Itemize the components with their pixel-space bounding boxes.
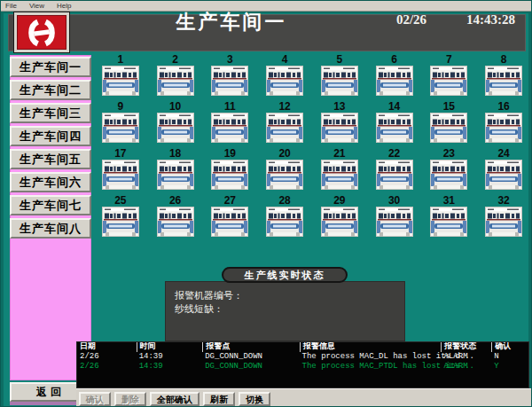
machine-8[interactable]: 8 (485, 54, 522, 101)
machine-21[interactable]: 21 (321, 148, 358, 195)
machine-18[interactable]: 18 (157, 148, 194, 195)
knitting-machine-icon (157, 207, 194, 237)
machine-number: 5 (337, 54, 343, 66)
machine-14[interactable]: 14 (376, 101, 413, 148)
machine-4[interactable]: 4 (266, 54, 303, 101)
knitting-machine-icon (266, 66, 303, 96)
machine-number: 15 (443, 101, 455, 113)
knitting-machine-icon (485, 207, 522, 237)
machine-17[interactable]: 17 (102, 148, 139, 195)
footer-button-5[interactable]: 切换 (239, 392, 270, 406)
knitting-machine-icon (266, 113, 303, 143)
machine-12[interactable]: 12 (266, 101, 303, 148)
knitting-machine-icon (430, 113, 467, 143)
table-cell: DG_CONN_DOWN (202, 352, 299, 362)
machine-15[interactable]: 15 (430, 101, 467, 148)
menu-item-help[interactable]: Help (57, 2, 71, 10)
knitting-machine-icon (321, 113, 358, 143)
machine-16[interactable]: 16 (485, 101, 522, 148)
machine-grid: 1 2 (93, 54, 531, 242)
machine-number: 10 (169, 101, 181, 113)
machine-26[interactable]: 26 (157, 195, 194, 242)
machine-25[interactable]: 25 (102, 195, 139, 242)
machine-number: 11 (224, 101, 236, 113)
machine-31[interactable]: 31 (430, 195, 467, 242)
machine-20[interactable]: 20 (266, 148, 303, 195)
machine-number: 19 (224, 148, 236, 160)
machine-3[interactable]: 3 (211, 54, 248, 101)
alarm-table[interactable]: 日期时间报警点报警信息报警状态确认 2/2614:39DG_CONN_DOWNT… (76, 341, 529, 388)
sidebar-item-workshop-2[interactable]: 生产车间二 (10, 80, 91, 100)
column-header: 时间 (137, 342, 203, 352)
machine-number: 9 (118, 101, 124, 113)
sidebar-item-workshop-5[interactable]: 生产车间五 (10, 149, 91, 169)
table-cell: N (491, 352, 528, 362)
machine-number: 28 (278, 195, 290, 207)
machine-number: 17 (114, 148, 126, 160)
table-cell: 14:39 (137, 352, 203, 362)
machine-number: 18 (169, 148, 181, 160)
table-cell: 2/26 (77, 352, 137, 362)
knitting-machine-icon (211, 160, 248, 190)
table-row[interactable]: 2/2614:39DG_CONN_DOWNThe process MAC_PTD… (77, 362, 528, 372)
machine-number: 23 (443, 148, 455, 160)
machine-number: 29 (333, 195, 345, 207)
machine-19[interactable]: 19 (211, 148, 248, 195)
sidebar-item-workshop-4[interactable]: 生产车间四 (10, 126, 91, 146)
sidebar-item-workshop-1[interactable]: 生产车间一 (10, 57, 91, 77)
knitting-machine-icon (321, 160, 358, 190)
machine-23[interactable]: 23 (430, 148, 467, 195)
status-line-alarm-machine: 报警机器编号： (175, 289, 404, 302)
machine-number: 20 (278, 148, 290, 160)
menu-item-file[interactable]: File (5, 2, 17, 10)
table-row[interactable]: 2/2614:39DG_CONN_DOWNThe process MAC_DL … (77, 352, 528, 362)
machine-number: 32 (497, 195, 509, 207)
knitting-machine-icon (102, 207, 139, 237)
footer-button-4[interactable]: 刷新 (203, 392, 235, 406)
knitting-machine-icon (376, 113, 413, 143)
machine-28[interactable]: 28 (266, 195, 303, 242)
knitting-machine-icon (266, 207, 303, 237)
table-cell: The process MAC_PTDL has lost its... (300, 362, 442, 372)
header-clock: 14:43:28 (453, 12, 528, 27)
machine-number: 1 (118, 54, 124, 66)
machine-29[interactable]: 29 (321, 195, 358, 242)
table-cell: Y (491, 362, 528, 372)
footer-button-2[interactable]: 删除 (114, 392, 146, 406)
sidebar-item-workshop-7[interactable]: 生产车间七 (10, 195, 91, 215)
footer-toolbar: 确认删除全部确认刷新切换 (76, 388, 532, 407)
table-cell: 2/26 (77, 362, 137, 372)
machine-22[interactable]: 22 (376, 148, 413, 195)
machine-number: 26 (169, 195, 181, 207)
page-title: 生产车间一 (156, 9, 307, 35)
table-cell: DG_CONN_DOWN (202, 362, 299, 372)
machine-number: 21 (333, 148, 345, 160)
machine-1[interactable]: 1 (102, 54, 139, 101)
machine-number: 24 (497, 148, 509, 160)
logo-red-plate (17, 15, 66, 50)
machine-9[interactable]: 9 (102, 101, 139, 148)
machine-5[interactable]: 5 (321, 54, 358, 101)
sidebar-item-workshop-8[interactable]: 生产车间八 (10, 218, 91, 239)
machine-24[interactable]: 24 (485, 148, 522, 195)
machine-11[interactable]: 11 (211, 101, 248, 148)
machine-27[interactable]: 27 (211, 195, 248, 242)
machine-number: 30 (388, 195, 400, 207)
scada-window: FileViewHelp 生产车间一 02/26 14:43:28 生产车间一生… (0, 0, 532, 407)
machine-7[interactable]: 7 (430, 54, 467, 101)
footer-button-1[interactable]: 确认 (79, 392, 111, 406)
machine-number: 13 (333, 101, 345, 113)
machine-number: 25 (114, 195, 126, 207)
footer-button-3[interactable]: 全部确认 (150, 392, 200, 406)
sidebar-item-workshop-6[interactable]: 生产车间六 (10, 172, 91, 192)
machine-32[interactable]: 32 (485, 195, 522, 242)
knitting-machine-icon (430, 66, 467, 96)
machine-10[interactable]: 10 (157, 101, 194, 148)
machine-2[interactable]: 2 (157, 54, 194, 101)
machine-number: 16 (497, 101, 509, 113)
machine-30[interactable]: 30 (376, 195, 413, 242)
machine-6[interactable]: 6 (376, 54, 413, 101)
machine-13[interactable]: 13 (321, 101, 358, 148)
menu-item-view[interactable]: View (29, 2, 44, 10)
sidebar-item-workshop-3[interactable]: 生产车间三 (10, 103, 91, 123)
